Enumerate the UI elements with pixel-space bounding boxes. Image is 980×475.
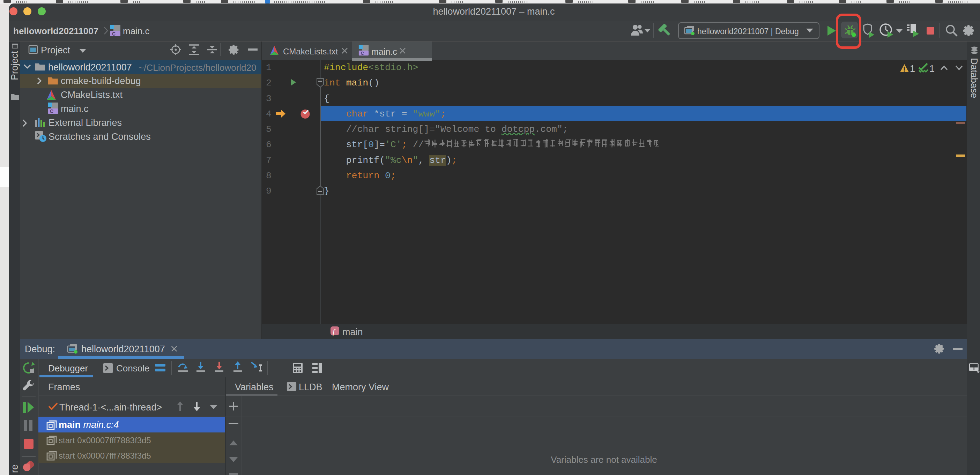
svg-text:C: C [50, 108, 53, 114]
svg-text:C: C [112, 31, 116, 37]
svg-text:C: C [361, 51, 364, 56]
